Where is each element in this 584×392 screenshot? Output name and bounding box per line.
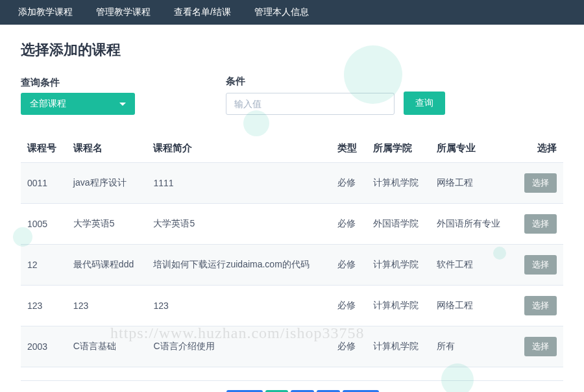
cell-select: 选择: [514, 204, 563, 245]
page-title: 选择添加的课程: [21, 40, 563, 60]
nav-view-roster[interactable]: 查看名单/结课: [162, 6, 243, 18]
cell-major: 网络工程: [430, 163, 514, 204]
cell-name: C语言基础: [67, 326, 147, 367]
dropdown-value: 全部课程: [30, 98, 66, 110]
cell-id: 123: [21, 286, 67, 326]
col-select: 选择: [514, 134, 563, 163]
chevron-down-icon: [119, 103, 126, 106]
cell-college: 计算机学院: [367, 245, 430, 286]
nav-manage-course[interactable]: 管理教学课程: [84, 6, 162, 18]
cell-name: 123: [67, 286, 147, 326]
cell-name: 最代码课程ddd: [67, 245, 147, 286]
col-id: 课程号: [21, 134, 67, 163]
query-button[interactable]: 查询: [404, 92, 445, 115]
navbar: 添加教学课程 管理教学课程 查看名单/结课 管理本人信息: [0, 0, 584, 25]
cell-type: 必修: [331, 286, 367, 326]
cell-type: 必修: [331, 326, 367, 367]
table-row: 1005大学英语5大学英语5必修外国语学院外国语所有专业选择: [21, 204, 563, 245]
select-button[interactable]: 选择: [524, 296, 557, 315]
course-table: 课程号 课程名 课程简介 类型 所属学院 所属专业 选择 0011java程序设…: [21, 134, 563, 367]
cell-id: 0011: [21, 163, 67, 204]
cell-desc: C语言介绍使用: [147, 326, 331, 367]
cell-id: 2003: [21, 326, 67, 367]
cell-id: 12: [21, 245, 67, 286]
cell-type: 必修: [331, 204, 367, 245]
cell-type: 必修: [331, 245, 367, 286]
nav-add-course[interactable]: 添加教学课程: [6, 6, 84, 18]
cell-major: 网络工程: [430, 286, 514, 326]
cell-major: 所有: [430, 326, 514, 367]
select-button[interactable]: 选择: [524, 337, 557, 356]
cell-type: 必修: [331, 163, 367, 204]
cell-major: 软件工程: [430, 245, 514, 286]
cell-desc: 1111: [147, 163, 331, 204]
filter-bar: 查询条件 全部课程 条件 查询: [21, 75, 563, 115]
cell-select: 选择: [514, 326, 563, 367]
col-major: 所属专业: [430, 134, 514, 163]
col-desc: 课程简介: [147, 134, 331, 163]
cell-college: 外国语学院: [367, 204, 430, 245]
cell-desc: 123: [147, 286, 331, 326]
cell-select: 选择: [514, 163, 563, 204]
cell-name: 大学英语5: [67, 204, 147, 245]
col-type: 类型: [331, 134, 367, 163]
table-row: 0011java程序设计1111必修计算机学院网络工程选择: [21, 163, 563, 204]
select-button[interactable]: 选择: [524, 173, 557, 193]
cell-college: 计算机学院: [367, 286, 430, 326]
cell-name: java程序设计: [67, 163, 147, 204]
search-input[interactable]: [226, 93, 395, 115]
table-row: 2003C语言基础C语言介绍使用必修计算机学院所有选择: [21, 326, 563, 367]
select-button[interactable]: 选择: [524, 214, 557, 234]
cell-select: 选择: [514, 286, 563, 326]
col-college: 所属学院: [367, 134, 430, 163]
input-label: 条件: [226, 75, 445, 88]
course-filter-dropdown[interactable]: 全部课程: [21, 93, 135, 115]
table-row: 123123123必修计算机学院网络工程选择: [21, 286, 563, 326]
nav-manage-profile[interactable]: 管理本人信息: [243, 6, 321, 18]
dropdown-label: 查询条件: [21, 77, 135, 89]
select-button[interactable]: 选择: [524, 255, 557, 275]
cell-college: 计算机学院: [367, 163, 430, 204]
cell-college: 计算机学院: [367, 326, 430, 367]
cell-id: 1005: [21, 204, 67, 245]
table-row: 12最代码课程ddd培训如何下载运行zuidaima.com的代码必修计算机学院…: [21, 245, 563, 286]
cell-desc: 培训如何下载运行zuidaima.com的代码: [147, 245, 331, 286]
cell-desc: 大学英语5: [147, 204, 331, 245]
cell-select: 选择: [514, 245, 563, 286]
cell-major: 外国语所有专业: [430, 204, 514, 245]
col-name: 课程名: [67, 134, 147, 163]
